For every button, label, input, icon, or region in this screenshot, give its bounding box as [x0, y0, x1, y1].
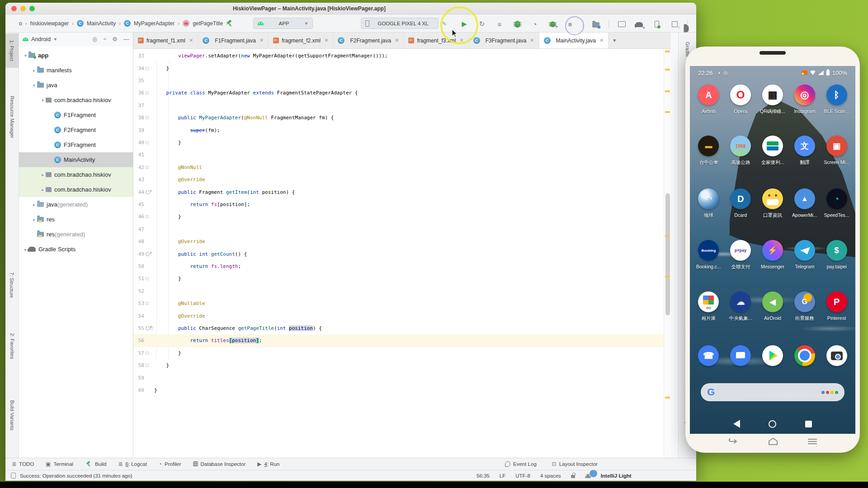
app-messages[interactable] — [726, 345, 755, 366]
profile-button[interactable]: ◔ — [529, 19, 541, 28]
warning-stripe-mark[interactable] — [665, 397, 670, 399]
tree-item-java[interactable]: ▾java — [19, 78, 133, 93]
breadcrumb-item[interactable]: MainActivity — [87, 20, 116, 27]
app-icon-booking-c-[interactable]: Booking — [698, 240, 719, 261]
app-icon-phone[interactable]: ☎ — [698, 345, 719, 366]
phone-screen[interactable]: 22:26 ◑◎ 100% AAirbnbOOpera▦QR碼掃瞄...◎Ins… — [690, 66, 855, 434]
app-icon-messages[interactable] — [730, 345, 751, 366]
app-icon--[interactable] — [762, 136, 783, 156]
close-tab-icon[interactable]: ✕ — [324, 38, 328, 43]
code-line-49[interactable]: 49 public int getCount() { — [133, 248, 664, 260]
app-icon-ble-scan-[interactable]: ᛒ — [826, 84, 847, 105]
tool-window-button-todo[interactable]: ≣TODO — [12, 460, 34, 468]
app-messenger[interactable]: ⚡Messenger — [758, 240, 787, 270]
mirror-menu-icon[interactable] — [807, 437, 818, 446]
app-icon--[interactable]: ☁ — [730, 291, 751, 312]
breadcrumb-item[interactable]: MyPagerAdapter — [134, 20, 175, 27]
warning-stripe-mark[interactable] — [665, 111, 670, 113]
app-icon-telegram[interactable] — [794, 240, 815, 261]
close-window-button[interactable] — [11, 6, 17, 11]
fold-marker-icon[interactable] — [146, 302, 149, 305]
tool-window-button-6-logcat[interactable]: ≣6: Logcat — [118, 460, 146, 468]
tree-item-java[interactable]: ▸java (generated) — [19, 197, 133, 212]
app-pay-taipei[interactable]: $pay.taipei — [822, 240, 851, 270]
code-line-56[interactable]: 56 return titles[position]; — [133, 334, 664, 347]
app-apowermi-[interactable]: ▲ApowerMi... — [790, 188, 819, 219]
tree-item-gradle-scripts[interactable]: ▸Gradle Scripts — [19, 242, 133, 257]
device-manager-button[interactable] — [590, 19, 602, 28]
code-line-42[interactable]: 42 @NonNull — [133, 161, 664, 174]
code-line-39[interactable]: 39 super(fm); — [133, 124, 664, 136]
tree-item-f3fragment[interactable]: CF3Fragment — [19, 137, 133, 152]
code-line-47[interactable]: 47 — [133, 223, 664, 235]
locate-file-icon[interactable]: ◎ — [92, 36, 97, 42]
tree-item-res[interactable]: ▸res — [19, 212, 133, 227]
code-line-41[interactable]: 41 — [133, 149, 664, 161]
nav-home-button[interactable] — [769, 420, 776, 428]
app--[interactable]: 文翻譯 — [790, 136, 819, 166]
app-icon--[interactable]: ▬ — [698, 136, 719, 156]
app-icon-qr-[interactable]: ▦ — [762, 84, 783, 105]
app-icon-instagram[interactable]: ◎ — [794, 84, 815, 105]
device-file-button[interactable] — [651, 19, 663, 28]
app-icon-pay-taipei[interactable]: $ — [826, 240, 847, 261]
app-icon--[interactable]: p×pay — [730, 240, 751, 261]
app-speedtes-[interactable]: ◔SpeedTes... — [822, 188, 851, 219]
code-line-53[interactable]: 53 @Nullable — [133, 297, 664, 310]
warning-stripe-mark[interactable] — [665, 235, 670, 237]
run-configurations-icon[interactable]: ≡ — [494, 19, 505, 28]
app-icon--[interactable] — [762, 188, 783, 209]
caret-position-widget[interactable]: 56:35 — [476, 473, 490, 479]
app-camera[interactable] — [822, 345, 851, 366]
code-line-59[interactable]: 59 — [133, 371, 664, 384]
code-line-33[interactable]: 33 viewPager.setAdapter(new MyPagerAdapt… — [133, 50, 664, 62]
app-airbnb[interactable]: AAirbnb — [694, 84, 723, 115]
lock-icon[interactable] — [571, 475, 575, 478]
app--[interactable]: 全家便利... — [758, 136, 787, 166]
app-icon-play-store[interactable] — [762, 345, 783, 366]
app-icon-dcard[interactable]: D — [730, 188, 751, 209]
tab-fragment-f1-xml[interactable]: fragment_f1.xml✕ — [133, 33, 198, 48]
close-tab-icon[interactable]: ✕ — [259, 38, 264, 43]
code-line-50[interactable]: 50 return fs.length; — [133, 260, 664, 272]
app-icon-speedtes-[interactable]: ◔ — [826, 188, 847, 209]
app-icon--[interactable]: 文 — [794, 136, 815, 156]
app-icon--[interactable]: G — [794, 291, 815, 312]
app--[interactable]: ◠地球 — [694, 188, 723, 219]
app-telegram[interactable]: Telegram — [790, 240, 819, 270]
encoding-widget[interactable]: UTF-8 — [515, 473, 530, 479]
zoom-window-button[interactable] — [29, 6, 35, 11]
close-tab-icon[interactable]: ✕ — [189, 38, 193, 43]
build-hammer-icon[interactable] — [226, 20, 233, 27]
app-icon-pinterest[interactable]: P — [826, 291, 847, 312]
tree-chevron-icon[interactable]: ▸ — [31, 217, 37, 222]
app-dcard[interactable]: DDcard — [726, 188, 755, 219]
app-qr-[interactable]: ▦QR碼掃瞄... — [758, 84, 787, 115]
tab-f2fragment-java[interactable]: CF2Fragment.java✕ — [333, 33, 404, 48]
code-line-35[interactable]: 35 — [133, 75, 664, 87]
breadcrumb-item[interactable]: hiskioviewpager — [30, 20, 69, 27]
code-line-38[interactable]: 38 public MyPagerAdapter(@NonNull Fragme… — [133, 112, 664, 124]
warning-stripe-mark[interactable] — [665, 69, 670, 70]
app-icon--[interactable]: 1968 — [730, 136, 751, 156]
minimize-window-button[interactable] — [20, 6, 26, 11]
tree-item-com-bradchao-hiskiov[interactable]: ▸com.bradchao.hiskiov — [19, 182, 133, 197]
breadcrumb[interactable]: o›hiskioviewpager›CMainActivity›CMyPager… — [19, 20, 228, 27]
tree-item-res[interactable]: res (generated) — [19, 227, 133, 242]
reader-mode-icon[interactable] — [585, 476, 591, 478]
sdk-manager-button[interactable] — [669, 19, 680, 28]
app-icon-apowermi-[interactable]: ▲ — [794, 188, 815, 209]
fold-marker-icon[interactable] — [146, 67, 149, 70]
project-view-selector[interactable]: Android — [31, 36, 51, 42]
tab-fragment-f2-xml[interactable]: fragment_f2.xml✕ — [269, 33, 333, 48]
app-icon-messenger[interactable]: ⚡ — [762, 240, 783, 261]
code-line-40[interactable]: 40 } — [133, 136, 664, 149]
tool-window-button-event-log[interactable]: Event Log — [505, 461, 537, 467]
app--[interactable]: p×pay全聯支付 — [726, 240, 755, 270]
avd-manager-button[interactable] — [616, 19, 627, 28]
mirror-home-icon[interactable] — [768, 437, 778, 446]
tree-chevron-icon[interactable]: ▸ — [31, 68, 37, 73]
code-line-58[interactable]: 58 } — [133, 359, 664, 371]
close-tab-icon[interactable]: ✕ — [395, 38, 399, 43]
code-editor[interactable]: 33 viewPager.setAdapter(new MyPagerAdapt… — [133, 49, 664, 458]
